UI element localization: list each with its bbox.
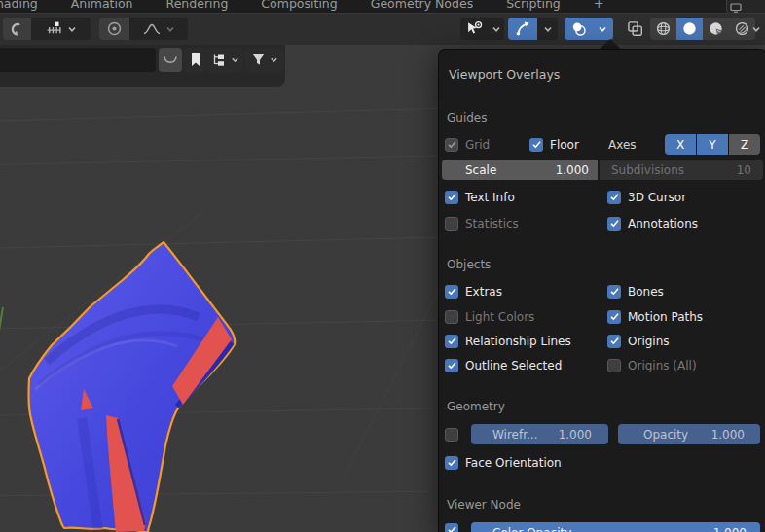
filter-dropdown[interactable] (245, 48, 284, 72)
3d-cursor-checkbox[interactable]: 3D Cursor (607, 190, 686, 204)
mesh-object-selected[interactable] (0, 224, 273, 532)
shading-material-button[interactable] (703, 18, 729, 40)
scene-selector-partial[interactable] (726, 0, 765, 13)
add-workspace-button[interactable]: + (592, 0, 606, 12)
motion-paths-checkbox[interactable]: Motion Paths (607, 309, 703, 324)
checkbox (445, 217, 458, 231)
axis-x-toggle[interactable]: X (665, 134, 696, 155)
origins-all-checkbox[interactable]: Origins (All) (607, 358, 697, 372)
origins-label: Origins (628, 335, 670, 348)
floor-label: Floor (550, 138, 579, 152)
chevron-down-icon (543, 24, 553, 34)
proportional-editing-toggle[interactable] (99, 18, 129, 40)
relationship-lines-checkbox[interactable]: Relationship Lines (445, 334, 571, 348)
hierarchy-icon (211, 53, 227, 68)
statistics-checkbox[interactable]: Statistics (445, 216, 519, 231)
falloff-curve-icon (143, 21, 161, 37)
show-overlays-dropdown[interactable] (592, 18, 613, 40)
gizmo-cursor-dropdown[interactable] (488, 18, 504, 40)
check-icon (609, 336, 620, 346)
grid-line (0, 155, 448, 165)
bones-checkbox[interactable]: Bones (607, 284, 664, 299)
display-mode-dropdown[interactable] (207, 48, 243, 72)
tab-geometry-nodes[interactable]: Geometry Nodes (369, 0, 475, 12)
extras-checkbox[interactable]: Extras (445, 284, 502, 299)
tab-animation[interactable]: Animation (69, 0, 135, 12)
checkbox (529, 138, 543, 152)
chevron-down-icon (492, 24, 501, 34)
axis-y-toggle[interactable]: Y (697, 134, 728, 155)
checkbox (445, 428, 458, 442)
outline-selected-checkbox[interactable]: Outline Selected (445, 358, 562, 372)
check-icon (531, 139, 542, 150)
wireframe-threshold-slider[interactable]: Wirefr... 1.000 (471, 424, 608, 444)
shading-solid-button[interactable] (676, 18, 703, 40)
bookmark-button[interactable] (184, 48, 206, 72)
gizmo-cursor-icon (466, 20, 483, 37)
wireframe-value: 1.000 (559, 428, 592, 442)
text-info-checkbox[interactable]: Text Info (445, 190, 515, 204)
show-gizmo-icon (515, 20, 531, 37)
check-icon (609, 218, 620, 229)
axis-z-toggle[interactable]: Z (729, 134, 760, 155)
face-orientation-checkbox[interactable]: Face Orientation (445, 455, 562, 470)
gizmo-object-button[interactable] (460, 18, 488, 40)
snap-increment-icon (46, 20, 62, 37)
outline-selected-label: Outline Selected (465, 359, 562, 372)
shading-material-icon (708, 20, 724, 37)
checkbox (445, 138, 458, 152)
tab-rendering[interactable]: Rendering (164, 0, 231, 12)
scale-slider[interactable]: Scale 1.000 (442, 160, 598, 180)
viewport-header (0, 13, 765, 45)
annotations-checkbox[interactable]: Annotations (607, 216, 698, 231)
guides-section-heading: Guides (447, 111, 488, 124)
shading-wireframe-icon (655, 20, 672, 37)
show-gizmo-dropdown[interactable] (537, 18, 558, 40)
show-overlays-toggle[interactable] (565, 18, 592, 40)
wireframe-toggle-checkbox[interactable] (445, 427, 458, 442)
tab-compositing[interactable]: Compositing (259, 0, 339, 12)
workspace-tabs: Shading Animation Rendering Compositing … (0, 0, 765, 12)
falloff-dropdown[interactable] (129, 18, 188, 40)
annotations-label: Annotations (628, 217, 698, 231)
tab-scripting[interactable]: Scripting (504, 0, 563, 12)
snap-magnet-icon (6, 18, 29, 40)
grid-checkbox[interactable]: Grid (445, 137, 490, 152)
wireframe-label: Wirefr... (492, 428, 538, 442)
scale-label: Scale (465, 163, 496, 177)
opacity-slider[interactable]: Opacity 1.000 (618, 424, 760, 444)
chevron-down-icon (598, 24, 607, 34)
motion-paths-label: Motion Paths (628, 310, 703, 324)
color-opacity-slider[interactable]: Color Opacity 1.000 (471, 522, 760, 532)
search-input[interactable] (0, 48, 156, 72)
curve-button[interactable] (159, 48, 182, 72)
shading-wireframe-button[interactable] (650, 18, 676, 40)
check-icon (447, 360, 457, 371)
show-gizmo-toggle[interactable] (508, 18, 537, 40)
shading-dropdown[interactable] (748, 18, 764, 40)
light-colors-label: Light Colors (465, 310, 534, 324)
check-icon (609, 192, 620, 202)
editor-strip (0, 44, 285, 87)
toggle-xray-icon (627, 20, 643, 37)
check-icon (447, 192, 457, 202)
checkbox (445, 359, 458, 372)
axes-label: Axes (608, 138, 637, 152)
origins-checkbox[interactable]: Origins (607, 334, 670, 348)
toggle-xray-button[interactable] (622, 18, 648, 40)
subdivisions-slider[interactable]: Subdivisions 10 (600, 160, 763, 180)
text-info-label: Text Info (465, 191, 515, 204)
snap-mode-dropdown[interactable] (31, 18, 91, 40)
tab-shading[interactable]: Shading (0, 0, 40, 12)
axes-toggle-group: X Y Z (665, 134, 760, 155)
floor-checkbox[interactable]: Floor (529, 137, 579, 152)
show-overlays-icon (570, 20, 587, 37)
check-icon (609, 311, 620, 322)
viewer-node-checkbox[interactable] (445, 522, 458, 532)
snap-toggle-button[interactable] (3, 18, 31, 40)
light-colors-checkbox[interactable]: Light Colors (445, 309, 534, 324)
checkbox (607, 335, 621, 348)
checkbox (607, 310, 621, 324)
shading-solid-icon (681, 20, 698, 37)
check-icon (447, 336, 457, 346)
